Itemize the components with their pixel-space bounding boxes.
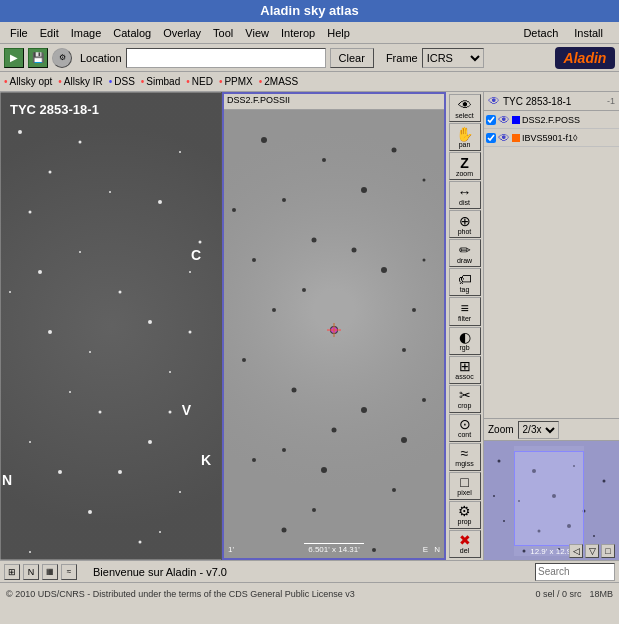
survey-dss[interactable]: •DSS	[109, 76, 135, 87]
tool-pan[interactable]: ✋ pan	[449, 123, 481, 151]
toolbar-pref-btn[interactable]: ⚙	[52, 48, 72, 68]
left-panel[interactable]: TYC 2853-18-1 C V K N	[0, 92, 222, 560]
label-c: C	[191, 247, 201, 263]
thumbnail-area[interactable]: 12.9' x 12.9' ◁ ▽ □	[484, 440, 619, 560]
select-label: select	[455, 112, 473, 119]
tool-assoc[interactable]: ⊞ assoc	[449, 356, 481, 384]
compass-e: E	[423, 545, 428, 554]
object-coords: -1	[607, 96, 615, 106]
menu-help[interactable]: Help	[321, 25, 356, 41]
survey-2mass[interactable]: •2MASS	[259, 76, 298, 87]
grid-icon[interactable]: ⊞	[4, 564, 20, 580]
match-icon[interactable]: ≈	[61, 564, 77, 580]
copyright-text: © 2010 UDS/CNRS - Distributed under the …	[6, 589, 355, 599]
tool-tag[interactable]: 🏷 tag	[449, 268, 481, 296]
crosshair-marker	[327, 323, 341, 337]
zoom-select[interactable]: 1/8x 1/4x 1/2x 2/3x 1x 2x 4x	[518, 421, 559, 439]
rgb-icon: ◐	[459, 330, 471, 344]
center-panel[interactable]: DSS2.F.POSSII 6.501' x 14.31' E N	[222, 92, 446, 560]
aladin-logo: Aladin	[555, 47, 615, 69]
layer-dss-eye: 👁	[498, 113, 510, 127]
tool-prop[interactable]: ⚙ prop	[449, 501, 481, 529]
thumbnail-viewport	[514, 451, 584, 546]
thumbnail-scale: 12.9' x 12.9'	[530, 547, 573, 556]
crop-label: crop	[458, 402, 472, 409]
survey-simbad[interactable]: •Simbad	[141, 76, 180, 87]
mem-status: 18MB	[589, 589, 613, 599]
pan-icon: ✋	[456, 127, 473, 141]
left-sky: TYC 2853-18-1 C V K N	[0, 92, 221, 560]
tool-dist[interactable]: ↔ dist	[449, 181, 481, 209]
tools-column: 👁 select ✋ pan Z zoom ↔ dist ⊕ phot ✏ dr…	[446, 92, 484, 560]
tool-pixel[interactable]: □ pixel	[449, 472, 481, 500]
tool-mgiss[interactable]: ≈ mgiss	[449, 443, 481, 471]
expand-btn[interactable]: □	[601, 544, 615, 558]
dist-label: dist	[459, 199, 470, 206]
layer-dss-label: DSS2.F.POSS	[522, 115, 580, 125]
survey-allsky-opt[interactable]: •Allsky opt	[4, 76, 52, 87]
menu-edit[interactable]: Edit	[34, 25, 65, 41]
layer-ibvs-checkbox[interactable]	[486, 133, 496, 143]
north-icon[interactable]: N	[23, 564, 39, 580]
zoom-label: Zoom	[488, 424, 514, 435]
survey-allsky-ir[interactable]: •Allsky IR	[58, 76, 102, 87]
menu-interop[interactable]: Interop	[275, 25, 321, 41]
menu-view[interactable]: View	[239, 25, 275, 41]
multiview-icon[interactable]: ▦	[42, 564, 58, 580]
layers-panel: 👁 TYC 2853-18-1 -1 👁 DSS2.F.POSS 👁 IBVS5…	[484, 92, 619, 560]
menu-catalog[interactable]: Catalog	[107, 25, 157, 41]
tool-phot[interactable]: ⊕ phot	[449, 210, 481, 238]
menu-file[interactable]: File	[4, 25, 34, 41]
tool-cont[interactable]: ⊙ cont	[449, 414, 481, 442]
tool-del[interactable]: ✖ del	[449, 530, 481, 558]
layer-item-dss[interactable]: 👁 DSS2.F.POSS	[484, 111, 619, 129]
status-bar: ⊞ N ▦ ≈ Bienvenue sur Aladin - v7.0	[0, 560, 619, 582]
center-header: DSS2.F.POSSII	[224, 94, 444, 110]
menu-bar: File Edit Image Catalog Overlay Tool Vie…	[0, 22, 619, 44]
filter-label: filter	[458, 315, 471, 322]
center-sky[interactable]: 6.501' x 14.31' E N 1'	[224, 110, 444, 558]
scroll-down-btn[interactable]: ▽	[585, 544, 599, 558]
compass: E N	[423, 545, 440, 554]
rgb-label: rgb	[459, 344, 469, 351]
scale-text: 6.501' x 14.31'	[308, 545, 360, 554]
toolbar-back-btn[interactable]: ▶	[4, 48, 24, 68]
menu-overlay[interactable]: Overlay	[157, 25, 207, 41]
tag-icon: 🏷	[458, 272, 472, 286]
del-icon: ✖	[459, 533, 471, 547]
menu-image[interactable]: Image	[65, 25, 108, 41]
object-name: TYC 2853-18-1	[503, 96, 571, 107]
frame-select[interactable]: ICRS Galactic Ecliptic	[422, 48, 484, 68]
layer-item-ibvs[interactable]: 👁 IBVS5901-f1◊	[484, 129, 619, 147]
search-input[interactable]	[535, 563, 615, 581]
crop-icon: ✂	[459, 388, 471, 402]
phot-label: phot	[458, 228, 472, 235]
toolbar-save-btn[interactable]: 💾	[28, 48, 48, 68]
layer-dss-color	[512, 116, 520, 124]
survey-ppmx[interactable]: •PPMX	[219, 76, 253, 87]
object-info: 👁 TYC 2853-18-1 -1	[484, 92, 619, 111]
location-input[interactable]	[126, 48, 326, 68]
survey-ned[interactable]: •NED	[186, 76, 213, 87]
menu-tool[interactable]: Tool	[207, 25, 239, 41]
scroll-left-btn[interactable]: ◁	[569, 544, 583, 558]
label-k: K	[201, 452, 211, 468]
star-main-label: TYC 2853-18-1	[10, 102, 99, 117]
layer-ibvs-color	[512, 134, 520, 142]
location-label: Location	[80, 52, 122, 64]
layer-dss-checkbox[interactable]	[486, 115, 496, 125]
pan-label: pan	[459, 141, 471, 148]
prop-icon: ⚙	[458, 504, 471, 518]
tool-filter[interactable]: ≡ filter	[449, 297, 481, 325]
scale-marker: 1'	[228, 545, 234, 554]
tool-select[interactable]: 👁 select	[449, 94, 481, 122]
tool-zoom[interactable]: Z zoom	[449, 152, 481, 180]
tool-rgb[interactable]: ◐ rgb	[449, 327, 481, 355]
tool-draw[interactable]: ✏ draw	[449, 239, 481, 267]
zoom-area: Zoom 1/8x 1/4x 1/2x 2/3x 1x 2x 4x	[484, 418, 619, 440]
zoom-label: zoom	[456, 170, 473, 177]
del-label: del	[460, 547, 469, 554]
clear-button[interactable]: Clear	[330, 48, 374, 68]
tag-label: tag	[460, 286, 470, 293]
tool-crop[interactable]: ✂ crop	[449, 385, 481, 413]
